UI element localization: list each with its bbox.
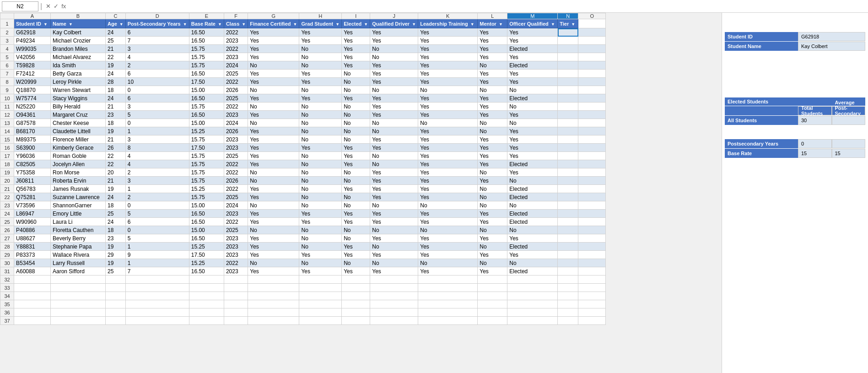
cell-D4[interactable]: 3	[125, 45, 189, 53]
cell-N5[interactable]	[558, 53, 578, 61]
row-number-17[interactable]: 17	[0, 152, 14, 160]
cell-O22[interactable]	[578, 193, 606, 201]
cell-O30[interactable]	[578, 259, 606, 267]
cell-O16[interactable]	[578, 144, 606, 152]
cell-H36[interactable]	[299, 308, 342, 317]
cell-D30[interactable]: 1	[125, 259, 189, 267]
cell-O4[interactable]	[578, 45, 606, 53]
cancel-icon[interactable]: ✕	[46, 3, 51, 10]
cell-M17[interactable]: Yes	[507, 152, 558, 160]
cell-M27[interactable]: Yes	[507, 234, 558, 243]
cell-O2[interactable]	[578, 28, 606, 37]
header-gradstud[interactable]: Grad Student ▼	[299, 19, 342, 28]
cell-E16[interactable]: 17.50	[189, 144, 224, 152]
cell-O5[interactable]	[578, 53, 606, 61]
cell-F30[interactable]: 2022	[224, 259, 248, 267]
cell-I27[interactable]: No	[342, 234, 370, 243]
cell-O21[interactable]	[578, 185, 606, 193]
cell-I30[interactable]: No	[342, 259, 370, 267]
cell-J10[interactable]: Yes	[370, 94, 418, 103]
cell-K30[interactable]: No	[418, 259, 478, 267]
cell-F22[interactable]: 2025	[224, 193, 248, 201]
cell-F32[interactable]	[224, 276, 248, 284]
cell-D25[interactable]: 6	[125, 218, 189, 226]
cell-M6[interactable]: Elected	[507, 61, 558, 70]
cell-O14[interactable]	[578, 127, 606, 135]
cell-B36[interactable]	[51, 308, 106, 317]
cell-D7[interactable]: 6	[125, 70, 189, 78]
cell-J9[interactable]: No	[370, 86, 418, 94]
cell-B20[interactable]: Roberta Ervin	[51, 177, 106, 185]
cell-C16[interactable]: 26	[106, 144, 126, 152]
cell-C6[interactable]: 19	[106, 61, 126, 70]
cell-O23[interactable]	[578, 201, 606, 210]
header-age[interactable]: Age ▼	[106, 19, 126, 28]
cell-O15[interactable]	[578, 135, 606, 144]
cell-O1[interactable]	[578, 19, 606, 28]
row-number-13[interactable]: 13	[0, 119, 14, 127]
header-qualdriv[interactable]: Qualified Driver ▼	[370, 19, 418, 28]
cell-E20[interactable]: 15.75	[189, 177, 224, 185]
cell-M34[interactable]	[507, 292, 558, 300]
cell-H18[interactable]: No	[299, 160, 342, 168]
cell-O35[interactable]	[578, 300, 606, 308]
cell-A37[interactable]	[14, 317, 51, 325]
cell-B10[interactable]: Stacy Wiggins	[51, 94, 106, 103]
cell-N3[interactable]	[558, 37, 578, 45]
cell-F12[interactable]: 2023	[224, 111, 248, 119]
col-header-I[interactable]: I	[342, 13, 370, 19]
cell-G25[interactable]: Yes	[248, 218, 299, 226]
cell-K12[interactable]: Yes	[418, 111, 478, 119]
cell-O33[interactable]	[578, 284, 606, 292]
cell-C9[interactable]: 18	[106, 86, 126, 94]
cell-F2[interactable]: 2022	[224, 28, 248, 37]
cell-I5[interactable]: Yes	[342, 53, 370, 61]
cell-H23[interactable]: No	[299, 201, 342, 210]
cell-L19[interactable]: No	[478, 168, 507, 177]
cell-H22[interactable]: No	[299, 193, 342, 201]
cell-O9[interactable]	[578, 86, 606, 94]
col-header-J[interactable]: J	[370, 13, 418, 19]
cell-E14[interactable]: 15.25	[189, 127, 224, 135]
row-number-30[interactable]: 30	[0, 259, 14, 267]
cell-F17[interactable]: 2025	[224, 152, 248, 160]
cell-F25[interactable]: 2022	[224, 218, 248, 226]
cell-N10[interactable]	[558, 94, 578, 103]
function-icon[interactable]: fx	[61, 3, 66, 10]
cell-N30[interactable]	[558, 259, 578, 267]
cell-I36[interactable]	[342, 308, 370, 317]
cell-G3[interactable]: Yes	[248, 37, 299, 45]
cell-F28[interactable]: 2023	[224, 243, 248, 251]
cell-K34[interactable]	[418, 292, 478, 300]
cell-B11[interactable]: Billy Herald	[51, 103, 106, 111]
cell-N2[interactable]	[558, 28, 578, 37]
cell-M9[interactable]: No	[507, 86, 558, 94]
cell-O29[interactable]	[578, 251, 606, 259]
cell-K33[interactable]	[418, 284, 478, 292]
cell-G24[interactable]: Yes	[248, 210, 299, 218]
cell-I31[interactable]: Yes	[342, 267, 370, 276]
cell-L32[interactable]	[478, 276, 507, 284]
cell-M26[interactable]: No	[507, 226, 558, 234]
cell-K21[interactable]: Yes	[418, 185, 478, 193]
cell-G2[interactable]: Yes	[248, 28, 299, 37]
cell-G6[interactable]: No	[248, 61, 299, 70]
cell-N19[interactable]	[558, 168, 578, 177]
cell-K2[interactable]: Yes	[418, 28, 478, 37]
cell-N29[interactable]	[558, 251, 578, 259]
cell-F13[interactable]: 2024	[224, 119, 248, 127]
cell-E4[interactable]: 15.75	[189, 45, 224, 53]
cell-N36[interactable]	[558, 308, 578, 317]
cell-A27[interactable]: U88627	[14, 234, 51, 243]
cell-M23[interactable]: No	[507, 201, 558, 210]
cell-H30[interactable]: No	[299, 259, 342, 267]
cell-D15[interactable]: 3	[125, 135, 189, 144]
cell-A5[interactable]: V42056	[14, 53, 51, 61]
cell-L37[interactable]	[478, 317, 507, 325]
row-number-16[interactable]: 16	[0, 144, 14, 152]
cell-A23[interactable]: V73596	[14, 201, 51, 210]
cell-D27[interactable]: 5	[125, 234, 189, 243]
cell-L21[interactable]: No	[478, 185, 507, 193]
cell-I3[interactable]: Yes	[342, 37, 370, 45]
col-header-E[interactable]: E	[189, 13, 224, 19]
